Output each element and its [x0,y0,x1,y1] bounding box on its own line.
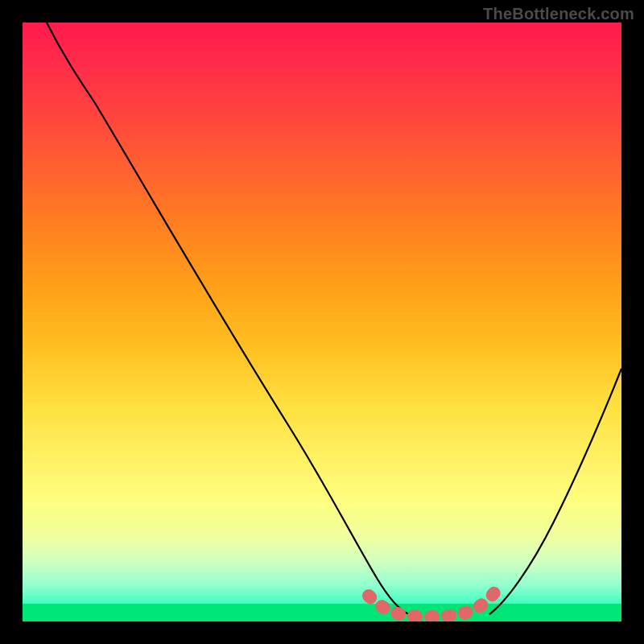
watermark-text: TheBottleneck.com [483,5,634,23]
curve-layer [23,23,621,621]
right-curve [489,369,621,614]
chart-frame: TheBottleneck.com [0,0,644,644]
highlight-dots [369,586,499,617]
left-curve [47,23,409,614]
plot-area [23,23,621,621]
